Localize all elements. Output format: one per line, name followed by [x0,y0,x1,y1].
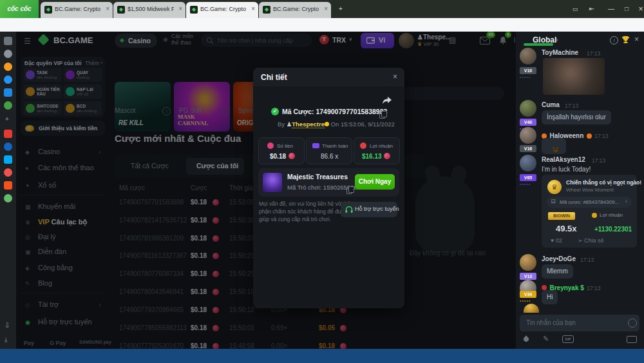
add-app-icon[interactable]: + [5,115,9,123]
chat-time: 17:13 [565,103,578,109]
tab-title: BC.Game: Crypto Casino Gam [55,6,101,12]
chat-close-icon[interactable]: × [634,35,639,44]
avatar[interactable] [520,48,536,64]
trophy-icon[interactable] [621,35,630,44]
vip-badge: V34 [520,291,536,298]
chat-image-attachment[interactable] [543,58,605,95]
browser-tab[interactable]: ◆ $1,500 Midweek PGSoft Mult × [113,2,185,18]
copy-game-id-icon[interactable] [346,188,352,194]
messenger-icon[interactable] [4,75,12,84]
minimize-button[interactable]: — [604,0,618,18]
chat-username[interactable]: Joey•DoGe [542,255,576,262]
vip-progress-dots: ●●●●● [520,299,531,302]
vip-progress-dots: ●●●●● [520,75,531,79]
tab-favicon: ◆ [190,6,198,14]
zalo-icon[interactable] [4,88,12,97]
chat-rules-icon[interactable]: i [610,36,618,44]
browser-tab-active[interactable]: ◆ BC.Game: Crypto Casino Gam × [186,2,258,18]
stat-amount: Số tiền $0.18 [258,137,305,164]
coin-icon [289,153,295,159]
tab-title: BC.Game: Crypto Casino Gam [273,6,319,12]
pumpkin-icon [587,133,592,139]
modal-close-icon[interactable]: × [393,72,397,81]
coccoc-brand[interactable]: cốc cốc [0,0,39,18]
tv-app-icon[interactable] [4,155,12,164]
player-avatar-icon: ♟ [287,121,292,128]
avatar[interactable] [520,254,536,271]
history-icon[interactable] [4,50,12,58]
heart-icon: ♥ [551,237,554,244]
share-win-button[interactable]: ➢ Chia sẻ [578,237,604,244]
game-title: Majestic Treasures [287,173,348,181]
youtube-icon[interactable] [4,130,12,138]
leaf-app-icon[interactable] [4,194,12,202]
win-share-card[interactable]: ♛ Chiến thắng có vị ngọt ngào! Wheel Wow… [542,175,637,248]
chat-username[interactable]: RealAksyen12 [542,156,585,163]
bet-details-modal: Chi tiết × ✓ Mã Cược: 174900797701583898… [253,68,404,308]
keyboard-icon[interactable] [627,336,637,343]
copy-bet-id-icon[interactable] [379,112,385,119]
avatar[interactable] [520,127,536,144]
shopee-icon[interactable] [4,181,12,190]
stat-profit: Lợi nhuận $16.13 [354,137,400,164]
vip-badge: V40 [520,119,536,126]
favorites-icon[interactable] [4,63,12,71]
verified-shield-icon: ✓ [271,108,279,115]
rain-tip-icon[interactable] [522,335,529,342]
tab-favicon: ◆ [117,6,125,14]
tab-close-icon[interactable]: × [106,5,109,12]
emoji-picker-icon[interactable] [628,319,637,328]
tab-close-icon[interactable]: × [178,5,182,12]
tab-favicon: ◆ [44,6,52,14]
player-name[interactable]: Thespectre [292,121,325,128]
amount-icon [267,142,274,149]
headset-icon [345,206,353,213]
chevron-right-icon: › [625,199,627,204]
room-active-indicator [524,43,553,46]
new-tab-button[interactable]: + [334,0,348,18]
chat-time: 17:13 [580,257,594,263]
live-support-button[interactable]: Hỗ trợ trực tuyến [341,202,397,217]
red-badge-icon [542,285,547,290]
close-window-button[interactable]: × [634,0,644,18]
chat-username[interactable]: Cuma [542,101,560,108]
avatar[interactable] [520,155,536,172]
chat-input[interactable]: Tin nhắn của bạn [520,315,639,331]
game-thumbnail[interactable] [263,173,282,192]
win-multiplier: 49.5x [556,224,577,233]
tab-close-icon[interactable]: × [251,5,255,12]
mail-app-icon[interactable] [4,168,12,177]
settings-icon[interactable] [4,37,12,45]
dock-downloads-icon[interactable]: ⤓ [5,336,7,344]
share-bet-icon[interactable] [382,96,392,105]
vip-badge: V13 [520,273,536,280]
win-card-bet-link[interactable]: ⚀ Mã cược: #8543784309... › [547,197,632,208]
tab-search-icon[interactable]: ▭ [568,0,582,18]
gif-icon[interactable]: GIF [562,335,574,343]
play-now-button[interactable]: Chơi Ngay [355,174,395,190]
facebook-icon[interactable] [4,142,12,151]
address-bar: ← → ↻ bc.game/vi/game/majestic-treasures… [0,18,644,32]
whatsapp-icon[interactable] [4,101,12,110]
avatar[interactable] [520,100,536,117]
reopen-tab-icon[interactable]: ⇤ [585,0,599,18]
bet-meta-row: By ♟Thespectre On 15:53:06, 9/11/2022 [278,121,395,128]
win-card-subtitle: Wheel Wow Moment [566,187,614,193]
chat-time: 17:13 [587,50,600,57]
chat-time: 17:13 [592,157,605,164]
chat-username[interactable]: ToyMachine [542,49,578,56]
tab-close-icon[interactable]: × [324,5,328,12]
chat-input-area: Tin nhắn của bạn ✎ GIF [516,313,644,349]
maximize-button[interactable]: □ [620,0,634,18]
bet-datetime: 15:53:06, 9/11/2022 [341,121,395,128]
support-note: Mọi vấn đề, xin vui lòng liên hệ với bộ [259,201,350,207]
chat-message-emoji [542,138,566,154]
browser-tab[interactable]: ◆ BC.Game: Crypto Casino Gam × [41,2,113,18]
chevron-right-icon: › [556,35,558,43]
likes-button[interactable]: ♥ 02 [551,237,562,244]
browser-tab[interactable]: ◆ BC.Game: Crypto Casino Gam × [259,2,331,18]
pencil-icon[interactable]: ✎ [543,335,549,343]
support-note: giúp và cung cấp mã trò chơi. [259,216,331,222]
collapse-dock-icon[interactable]: ⇩ [5,322,10,329]
bigwin-badge: BIGWIN [548,212,575,220]
